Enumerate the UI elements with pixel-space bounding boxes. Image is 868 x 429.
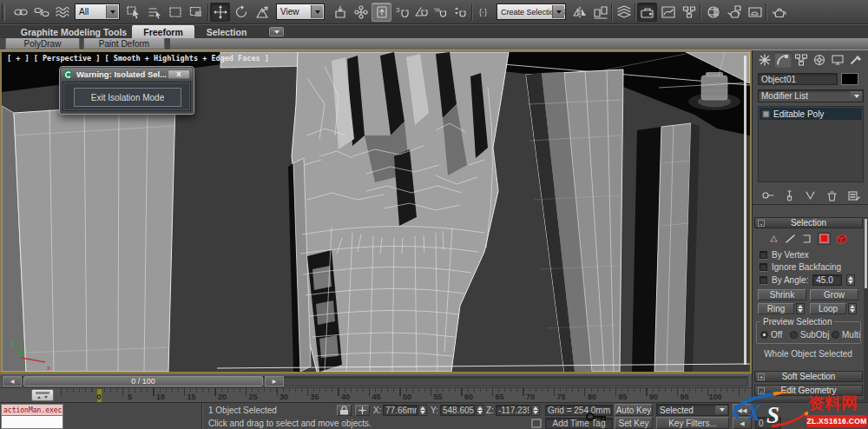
- preview-off-radio[interactable]: Off: [760, 330, 782, 340]
- modifier-stack[interactable]: Editable Poly: [758, 106, 864, 182]
- element-mode-icon[interactable]: [836, 233, 848, 244]
- snaps-toggle-3d-icon[interactable]: 3: [392, 3, 412, 22]
- bind-to-space-warp-icon[interactable]: [52, 3, 72, 22]
- window-crossing-toggle-icon[interactable]: [186, 3, 206, 22]
- pin-stack-icon[interactable]: [761, 190, 774, 201]
- align-icon[interactable]: [590, 3, 610, 22]
- mirror-icon[interactable]: [569, 3, 589, 22]
- selection-rollout-header[interactable]: - Selection: [754, 217, 863, 228]
- time-slider-handle[interactable]: 0 / 100: [23, 376, 263, 386]
- absolute-mode-transform-icon[interactable]: [355, 405, 370, 416]
- polygon-mode-icon[interactable]: [818, 233, 831, 245]
- object-name-field[interactable]: Object01: [758, 73, 838, 85]
- select-by-name-icon[interactable]: [144, 3, 164, 22]
- border-mode-icon[interactable]: [801, 234, 812, 244]
- y-coord-field[interactable]: 548.605mm: [440, 405, 475, 416]
- next-frame-button[interactable]: ▶: [265, 376, 284, 386]
- chevron-down-icon[interactable]: [311, 5, 323, 18]
- soft-selection-rollout-header[interactable]: + Soft Selection: [754, 371, 863, 382]
- ring-spinner[interactable]: [796, 303, 805, 314]
- by-vertex-checkbox[interactable]: By Vertex: [760, 250, 809, 260]
- select-and-rotate-icon[interactable]: [231, 3, 251, 22]
- loop-button[interactable]: Loop: [810, 303, 846, 314]
- set-key-button[interactable]: Set Key: [615, 417, 653, 429]
- select-and-manipulate-icon[interactable]: [351, 3, 371, 22]
- selection-filter-dropdown[interactable]: All: [75, 3, 120, 20]
- toolbar-grip[interactable]: [2, 3, 5, 21]
- tab-motion-icon[interactable]: [811, 52, 828, 68]
- key-filters-button[interactable]: Key Filters...: [656, 417, 729, 429]
- collapse-icon[interactable]: -: [758, 220, 765, 227]
- grow-button[interactable]: Grow: [810, 289, 858, 300]
- auto-key-button[interactable]: Auto Key: [615, 404, 653, 416]
- tab-modify-icon[interactable]: [774, 52, 792, 68]
- shrink-button[interactable]: Shrink: [758, 289, 806, 300]
- edit-named-selection-sets-icon[interactable]: {·}: [475, 3, 495, 22]
- ribbon-minimize-button[interactable]: [269, 27, 284, 36]
- select-and-link-icon[interactable]: [10, 3, 30, 22]
- edge-mode-icon[interactable]: [785, 234, 796, 244]
- make-unique-icon[interactable]: [804, 190, 817, 201]
- preview-multi-radio[interactable]: Multi: [832, 330, 860, 340]
- chevron-down-icon[interactable]: [715, 406, 727, 414]
- panel-scrollbar[interactable]: [864, 217, 868, 399]
- modifier-list-dropdown[interactable]: Modifier List: [758, 89, 864, 102]
- render-production-icon[interactable]: [769, 3, 789, 22]
- subtab-polydraw[interactable]: PolyDraw: [5, 38, 80, 50]
- configure-modifier-sets-icon[interactable]: [847, 190, 860, 201]
- unlink-selection-icon[interactable]: [31, 3, 51, 22]
- tab-hierarchy-icon[interactable]: [792, 52, 810, 68]
- select-and-scale-icon[interactable]: [252, 3, 272, 22]
- z-coord-field[interactable]: -117.239m: [496, 405, 530, 416]
- tab-graphite-modeling-tools[interactable]: Graphite Modeling Tools: [17, 25, 130, 39]
- show-end-result-icon[interactable]: [783, 190, 796, 201]
- chevron-down-icon[interactable]: [850, 91, 862, 101]
- ignore-backfacing-checkbox[interactable]: Ignore Backfacing: [760, 262, 841, 272]
- angle-snap-toggle-icon[interactable]: [411, 3, 431, 22]
- close-icon[interactable]: X: [168, 69, 190, 79]
- manage-layers-icon[interactable]: [614, 3, 634, 22]
- preview-subobj-radio[interactable]: SubObj: [790, 330, 829, 340]
- percent-snap-toggle-icon[interactable]: %: [431, 3, 450, 22]
- select-and-move-icon[interactable]: [210, 3, 230, 22]
- key-mode-dropdown[interactable]: Selected: [656, 404, 729, 416]
- exit-isolation-mode-button[interactable]: Exit Isolation Mode: [74, 88, 181, 107]
- track-bar[interactable]: 0510152025303540455055606570758085909510…: [0, 387, 752, 402]
- curve-editor-icon[interactable]: [658, 3, 678, 22]
- tab-selection[interactable]: Selection: [198, 25, 255, 39]
- schematic-view-icon[interactable]: [679, 3, 699, 22]
- use-pivot-point-center-icon[interactable]: [330, 3, 350, 22]
- maxscript-macro-recorder[interactable]: actionMan.exec: [1, 404, 63, 416]
- by-angle-checkbox[interactable]: By Angle: 45.0: [760, 274, 855, 286]
- z-spinner[interactable]: [531, 405, 540, 416]
- named-selection-sets-dropdown[interactable]: Create Selection Se: [496, 3, 566, 20]
- x-spinner[interactable]: [418, 405, 427, 416]
- reference-coordinate-system-dropdown[interactable]: View: [276, 3, 325, 20]
- maxscript-mini-listener[interactable]: [1, 416, 63, 429]
- x-coord-field[interactable]: 77.66mm: [383, 405, 418, 416]
- previous-frame-button[interactable]: ◀: [3, 376, 22, 386]
- dialog-title-bar[interactable]: Warning: Isolated Sel... X: [61, 68, 193, 81]
- tab-create-icon[interactable]: [756, 52, 773, 68]
- chevron-down-icon[interactable]: [106, 5, 118, 18]
- select-object-icon[interactable]: [123, 3, 143, 22]
- material-editor-icon[interactable]: [703, 3, 723, 22]
- remove-modifier-icon[interactable]: [825, 190, 838, 201]
- tab-utilities-icon[interactable]: [847, 52, 865, 68]
- subtab-paint-deform[interactable]: Paint Deform: [83, 38, 165, 50]
- keyboard-shortcut-override-icon[interactable]: [372, 3, 391, 22]
- graphite-modeling-tools-toggle-icon[interactable]: [637, 3, 657, 22]
- render-setup-icon[interactable]: [724, 3, 744, 22]
- ring-button[interactable]: Ring: [758, 303, 794, 314]
- stack-item-editable-poly[interactable]: Editable Poly: [760, 108, 862, 120]
- expand-icon[interactable]: +: [758, 373, 765, 380]
- viewport-label[interactable]: [ + ] [ Perspective ] [ Smooth + Highlig…: [7, 54, 269, 63]
- by-angle-value-field[interactable]: 45.0: [812, 274, 842, 286]
- selection-lock-icon[interactable]: [337, 405, 352, 416]
- vertex-mode-icon[interactable]: [768, 234, 779, 244]
- tab-display-icon[interactable]: [829, 52, 846, 68]
- by-angle-spinner[interactable]: [846, 274, 855, 286]
- rectangular-selection-region-icon[interactable]: [165, 3, 185, 22]
- object-color-swatch[interactable]: [841, 73, 858, 85]
- y-spinner[interactable]: [476, 405, 484, 416]
